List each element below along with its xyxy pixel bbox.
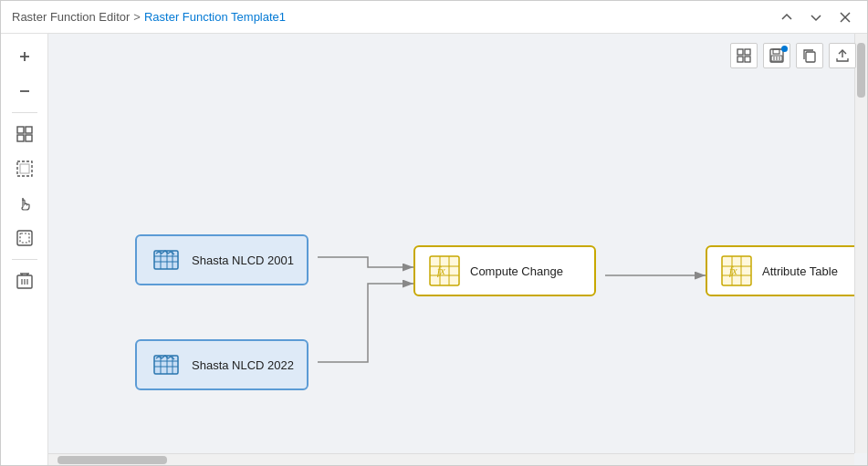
shasta-2022-icon	[150, 348, 183, 381]
template-label[interactable]: Raster Function Template1	[144, 10, 286, 24]
shasta-2022-label: Shasta NLCD 2022	[192, 358, 294, 372]
svg-rect-23	[737, 57, 743, 62]
hand-icon	[16, 194, 34, 212]
h-scrollbar-thumb[interactable]	[58, 456, 167, 464]
main-area: Shasta NLCD 2001 Shasta NLCD 2022	[1, 34, 867, 465]
svg-text:fx: fx	[437, 264, 445, 277]
svg-rect-6	[26, 127, 32, 133]
save-button[interactable]	[763, 43, 790, 68]
svg-rect-26	[773, 49, 779, 54]
copy-icon	[802, 48, 817, 63]
grid-view-icon	[16, 125, 34, 143]
hand-tool-button[interactable]	[9, 188, 40, 219]
editor-label: Raster Function Editor	[12, 10, 130, 24]
chevron-up-icon	[780, 11, 793, 24]
left-toolbar	[1, 34, 48, 465]
main-window: Raster Function Editor > Raster Function…	[0, 0, 868, 466]
horizontal-scrollbar[interactable]	[48, 453, 854, 465]
title-bar-actions	[776, 8, 856, 26]
shasta-2001-label: Shasta NLCD 2001	[192, 254, 294, 267]
shasta-2001-icon	[150, 243, 183, 276]
svg-rect-34	[154, 251, 178, 269]
svg-rect-9	[17, 161, 32, 176]
close-button[interactable]	[834, 8, 856, 26]
svg-rect-22	[745, 49, 750, 55]
properties-button[interactable]	[730, 43, 758, 68]
export-copy-button[interactable]	[796, 43, 823, 68]
save-badge	[781, 46, 788, 52]
svg-rect-13	[20, 233, 29, 243]
svg-text:fx: fx	[729, 264, 737, 277]
svg-rect-21	[737, 49, 743, 55]
export-button[interactable]	[829, 43, 856, 68]
lasso-icon	[16, 229, 34, 247]
breadcrumb: Raster Function Editor > Raster Function…	[12, 10, 286, 24]
svg-rect-10	[20, 164, 29, 173]
attribute-table-label: Attribute Table	[762, 264, 838, 278]
zoom-in-button[interactable]	[9, 41, 40, 72]
compute-change-icon: fx	[428, 254, 461, 287]
shasta-2001-node[interactable]: Shasta NLCD 2001	[135, 234, 309, 285]
chevron-down-icon	[810, 11, 822, 24]
vertical-scrollbar[interactable]	[854, 34, 867, 453]
select-button[interactable]	[9, 153, 40, 184]
zoom-out-icon	[17, 84, 32, 98]
attribute-table-node[interactable]: fx Attribute Table	[706, 245, 867, 296]
svg-rect-8	[26, 135, 32, 141]
svg-rect-5	[17, 127, 24, 133]
title-bar: Raster Function Editor > Raster Function…	[1, 1, 867, 34]
delete-icon	[16, 272, 33, 290]
close-icon	[839, 11, 852, 24]
lasso-button[interactable]	[9, 223, 40, 254]
canvas-toolbar	[730, 43, 856, 68]
delete-button[interactable]	[9, 265, 40, 296]
chevron-down-button[interactable]	[805, 8, 827, 26]
svg-rect-7	[17, 135, 24, 141]
zoom-in-icon	[17, 49, 32, 64]
zoom-out-button[interactable]	[9, 76, 40, 107]
chevron-up-button[interactable]	[776, 8, 798, 26]
properties-icon	[737, 48, 751, 63]
svg-rect-31	[806, 52, 815, 62]
compute-change-label: Compute Change	[470, 264, 563, 278]
select-icon	[16, 160, 34, 178]
toolbar-separator-1	[12, 112, 37, 113]
grid-view-button[interactable]	[9, 119, 40, 150]
compute-change-node[interactable]: fx Compute Change	[413, 245, 596, 296]
canvas-area[interactable]: Shasta NLCD 2001 Shasta NLCD 2022	[48, 34, 867, 465]
toolbar-separator-2	[12, 259, 37, 260]
attribute-table-icon: fx	[720, 254, 753, 287]
svg-rect-40	[154, 356, 178, 374]
svg-rect-24	[745, 57, 750, 62]
shasta-2022-node[interactable]: Shasta NLCD 2022	[135, 339, 309, 390]
export-icon	[835, 48, 850, 63]
v-scrollbar-thumb[interactable]	[857, 43, 865, 98]
breadcrumb-separator: >	[133, 10, 141, 24]
